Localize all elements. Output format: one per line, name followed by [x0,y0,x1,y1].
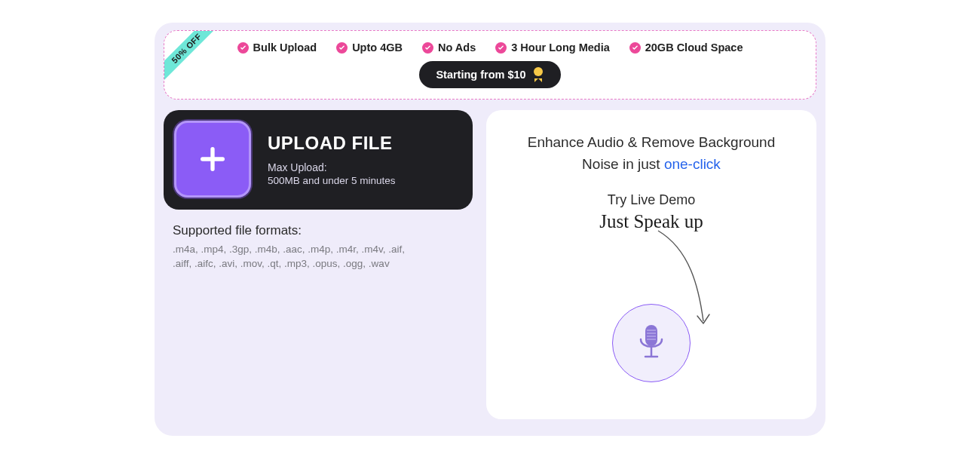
promo-bar: 50% OFF Bulk Upload Upto 4GB No Ads 3 Ho… [164,30,816,100]
check-icon [629,42,641,54]
promo-label: No Ads [438,41,476,54]
try-demo-label: Try Live Demo [608,192,695,208]
check-icon [237,42,249,54]
demo-headline-text: Enhance Audio & Remove Background Noise … [528,134,776,172]
page-container: 50% OFF Bulk Upload Upto 4GB No Ads 3 Ho… [155,23,825,436]
one-click-link[interactable]: one-click [664,156,721,172]
arrow-icon [645,227,720,333]
promo-item-bulk: Bulk Upload [237,41,317,54]
promo-item-3hour: 3 Hour Long Media [495,41,610,54]
promo-item-noads: No Ads [422,41,476,54]
price-label: Starting from $10 [436,69,525,81]
formats-title: Supported file formats: [173,223,465,238]
demo-headline: Enhance Audio & Remove Background Noise … [507,131,795,176]
upload-text: UPLOAD FILE Max Upload: 500MB and under … [268,133,396,186]
ribbon-icon [532,67,544,82]
promo-item-cloud: 20GB Cloud Space [629,41,743,54]
check-icon [422,42,433,54]
check-icon [495,42,507,54]
price-pill[interactable]: Starting from $10 [419,61,560,88]
left-column: UPLOAD FILE Max Upload: 500MB and under … [164,110,473,419]
upload-card[interactable]: UPLOAD FILE Max Upload: 500MB and under … [164,110,473,210]
upload-button[interactable] [174,121,251,198]
promo-label: 3 Hour Long Media [511,41,610,54]
formats-list: .m4a, .mp4, .3gp, .m4b, .aac, .m4p, .m4r… [173,243,414,271]
upload-title: UPLOAD FILE [268,133,396,154]
promo-label: Bulk Upload [253,41,317,54]
promo-features-row: Bulk Upload Upto 4GB No Ads 3 Hour Long … [172,41,808,54]
plus-icon [198,144,228,174]
upload-subtitle-2: 500MB and under 5 minutes [268,175,396,186]
main-row: UPLOAD FILE Max Upload: 500MB and under … [164,110,816,419]
upload-subtitle-1: Max Upload: [268,161,396,173]
formats-section: Supported file formats: .m4a, .mp4, .3gp… [164,210,473,271]
promo-item-4gb: Upto 4GB [336,41,403,54]
check-icon [336,42,348,54]
discount-banner: 50% OFF [164,30,226,88]
promo-label: Upto 4GB [352,41,403,54]
demo-panel: Enhance Audio & Remove Background Noise … [486,110,816,419]
promo-label: 20GB Cloud Space [645,41,743,54]
